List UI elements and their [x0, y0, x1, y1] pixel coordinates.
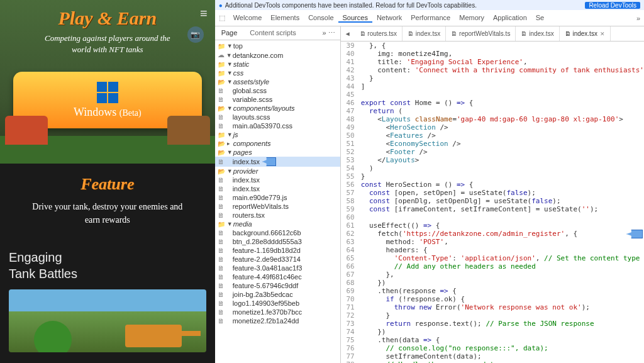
code-line[interactable]: method: 'POST', [358, 238, 644, 246]
tree-node[interactable]: main.e90de779.js [215, 193, 340, 202]
tree-node[interactable]: feature-4.49f681c46ec [215, 272, 340, 281]
code-line[interactable]: throw new Error('Network response was no… [358, 303, 644, 311]
devtools-tab-console[interactable]: Console [304, 14, 338, 21]
code-line[interactable]: }, [358, 271, 644, 279]
devtools-tab-network[interactable]: Network [372, 14, 406, 21]
file-tab[interactable]: 🗎 routers.tsx [355, 26, 402, 41]
tree-node[interactable]: logo1.149903ef95beb [215, 299, 340, 308]
code-line[interactable]: const [open, setOpen] = useState(false); [358, 189, 644, 197]
code-line[interactable]: }, { [358, 42, 644, 50]
code-line[interactable] [358, 213, 644, 221]
file-tab[interactable]: 🗎 index.tsx [516, 26, 559, 41]
tree-node[interactable]: ▼media [215, 220, 340, 228]
devtools-tab-sources[interactable]: Sources [338, 14, 372, 23]
tree-node[interactable]: feature-1.169db18d2d [215, 246, 340, 255]
tab-page[interactable]: Page [215, 26, 244, 40]
code-line[interactable]: return ( [358, 107, 644, 115]
tree-node[interactable]: feature-5.67946c9ddf [215, 281, 340, 290]
devtools-tab-se[interactable]: Se [531, 14, 548, 21]
code-line[interactable]: <Layouts className='gap-40 md:gap-60 lg:… [358, 115, 644, 123]
tree-node[interactable]: variable.scss [215, 95, 340, 104]
code-line[interactable]: // Handle the response data [358, 360, 644, 363]
code-line[interactable]: // Add any other headers as needed [358, 262, 644, 271]
code-line[interactable]: } [358, 74, 644, 82]
devtools-tab-elements[interactable]: Elements [266, 14, 304, 21]
tree-node[interactable]: join-bg.2a3b5edcac [215, 290, 340, 299]
code-line[interactable]: if (!response.ok) { [358, 295, 644, 303]
tree-node[interactable]: ▼static [215, 60, 340, 69]
more-tabs-icon[interactable]: » ⋯ [317, 26, 340, 40]
tree-node[interactable]: ▼js [215, 130, 340, 139]
camera-icon[interactable]: 📷 [187, 26, 204, 43]
tree-node[interactable]: routers.tsx [215, 211, 340, 220]
tab-content-scripts[interactable]: Content scripts [243, 26, 302, 40]
code-line[interactable]: 'Content-Type': 'application/json', // S… [358, 254, 644, 262]
tree-node[interactable]: btn_d.28e8dddd555a3 [215, 237, 340, 246]
tree-node[interactable]: global.scss [215, 86, 340, 95]
tree-node[interactable]: index.tsx [215, 176, 340, 184]
code-line[interactable]: const HeroSection = () => { [358, 181, 644, 189]
code-line[interactable]: setIframeContent(data); [358, 352, 644, 360]
devtools-tab-welcome[interactable]: Welcome [229, 14, 267, 21]
code-line[interactable]: // console.log("no response:::", data); [358, 344, 644, 352]
code-line[interactable]: .then(response => { [358, 287, 644, 295]
code-line[interactable]: fetch('https://detankzone.com/admin_regi… [358, 230, 644, 238]
code-line[interactable]: title: 'Engaging Social Experience', [358, 58, 644, 66]
code-line[interactable]: <Features /> [358, 131, 644, 140]
tree-node[interactable]: ▼provider [215, 167, 340, 176]
code-line[interactable]: .then(data => { [358, 336, 644, 344]
code-line[interactable]: <HeroSection /> [358, 123, 644, 131]
tree-node[interactable]: layouts.scss [215, 113, 340, 121]
code-line[interactable]: <Footer /> [358, 148, 644, 156]
tree-node[interactable]: background.66612c6b [215, 228, 340, 237]
code-line[interactable]: headers: { [358, 246, 644, 254]
tree-node[interactable]: ▼assets/style [215, 77, 340, 86]
code-line[interactable]: ) [358, 164, 644, 172]
file-tree[interactable]: ▼top▼detankzone.com▼static▼css▼assets/st… [215, 40, 340, 363]
tree-node[interactable]: ▸components [215, 139, 340, 148]
file-tab[interactable]: 🗎 reportWebVitals.ts [446, 26, 516, 41]
file-tab[interactable]: 🗎 index.tsx [402, 26, 446, 41]
devtools-tab-performance[interactable]: Performance [406, 14, 455, 21]
menu-icon[interactable]: ≡ [200, 6, 208, 21]
reload-devtools-button[interactable]: Reload DevTools [585, 2, 640, 9]
tree-node[interactable]: reportWebVitals.ts [215, 202, 340, 211]
tree-node[interactable]: index.tsx [215, 157, 340, 167]
close-tab-icon[interactable]: ✕ [600, 31, 605, 37]
inspect-icon[interactable]: ⬚ [215, 14, 229, 22]
tree-node[interactable]: ▼pages [215, 148, 340, 157]
code-line[interactable]: ] [358, 82, 644, 91]
tree-node[interactable]: main.a0a53970.css [215, 121, 340, 130]
tree-node[interactable]: feature-2.de9ed33714 [215, 255, 340, 264]
code-line[interactable]: } [358, 311, 644, 320]
code-editor[interactable]: 39 }, {40 img: monetize4Img,41 title: 'E… [341, 42, 644, 363]
tree-node[interactable]: ▼components/layouts [215, 104, 340, 113]
tree-node[interactable]: monetize2.f2b1a24dd [215, 316, 340, 325]
tree-node[interactable]: ▼css [215, 69, 340, 77]
file-tab-prev-icon[interactable]: ◄ [341, 26, 355, 41]
code-line[interactable]: img: monetize4Img, [358, 50, 644, 58]
devtools-tab-application[interactable]: Application [489, 14, 531, 21]
tabs-overflow-icon[interactable]: » [633, 14, 644, 22]
code-line[interactable]: const [iframeContent, setIframeContent] … [358, 205, 644, 213]
tree-node[interactable]: index.tsx [215, 184, 340, 193]
code-line[interactable]: useEffect(() => { [358, 221, 644, 230]
code-line[interactable]: </Layouts> [358, 156, 644, 164]
tree-node[interactable]: feature-3.0a481aac1f3 [215, 264, 340, 272]
file-tab[interactable]: 🗎 index.tsx✕ [560, 26, 611, 41]
line-number: 51 [341, 140, 358, 148]
code-line[interactable]: }) [358, 328, 644, 336]
code-line[interactable]: const [openDlg, setOpenDlg] = useState(f… [358, 197, 644, 205]
line-number: 47 [341, 107, 358, 115]
code-line[interactable]: }) [358, 279, 644, 287]
code-line[interactable]: } [358, 172, 644, 181]
tree-node[interactable]: ▼top [215, 42, 340, 50]
code-line[interactable]: content: 'Connect with a thriving commun… [358, 66, 644, 74]
tree-node[interactable]: ▼detankzone.com [215, 50, 340, 60]
devtools-tab-memory[interactable]: Memory [455, 14, 489, 21]
code-line[interactable]: <EconomySection /> [358, 140, 644, 148]
tree-node[interactable]: monetize1.fe370b7bcc [215, 308, 340, 316]
code-line[interactable] [358, 91, 644, 99]
code-line[interactable]: return response.text(); // Parse the JSO… [358, 320, 644, 328]
code-line[interactable]: export const Home = () => { [358, 99, 644, 107]
